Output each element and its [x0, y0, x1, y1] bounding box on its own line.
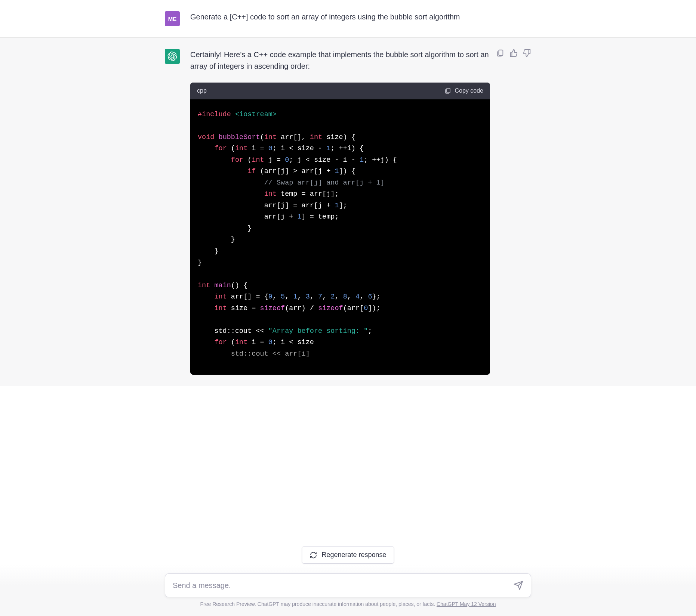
- thumbs-down-button[interactable]: [523, 49, 531, 57]
- openai-logo-icon: [167, 52, 177, 61]
- assistant-avatar: [165, 49, 180, 64]
- assistant-intro-text: Certainly! Here's a C++ code example tha…: [190, 49, 490, 72]
- copy-code-button[interactable]: Copy code: [444, 86, 484, 96]
- code-block: cpp Copy code #include <iostream> void b…: [190, 83, 490, 375]
- code-language-label: cpp: [197, 86, 207, 96]
- code-content[interactable]: #include <iostream> void bubbleSort(int …: [190, 99, 490, 375]
- clipboard-icon: [496, 49, 504, 57]
- svg-rect-0: [447, 89, 450, 93]
- copy-message-button[interactable]: [496, 49, 504, 57]
- svg-rect-1: [499, 50, 503, 56]
- code-header: cpp Copy code: [190, 83, 490, 99]
- assistant-message-row: Certainly! Here's a C++ code example tha…: [0, 38, 696, 386]
- user-message-text: Generate a [C++] code to sort an array o…: [190, 11, 531, 26]
- message-actions: [496, 49, 531, 57]
- user-message-row: ME Generate a [C++] code to sort an arra…: [0, 0, 696, 38]
- thumbs-up-button[interactable]: [509, 49, 518, 57]
- clipboard-icon: [444, 87, 451, 94]
- user-avatar-text: ME: [168, 16, 177, 22]
- user-avatar: ME: [165, 11, 180, 26]
- copy-code-label: Copy code: [455, 86, 484, 96]
- thumbs-down-icon: [523, 49, 531, 57]
- thumbs-up-icon: [509, 49, 518, 57]
